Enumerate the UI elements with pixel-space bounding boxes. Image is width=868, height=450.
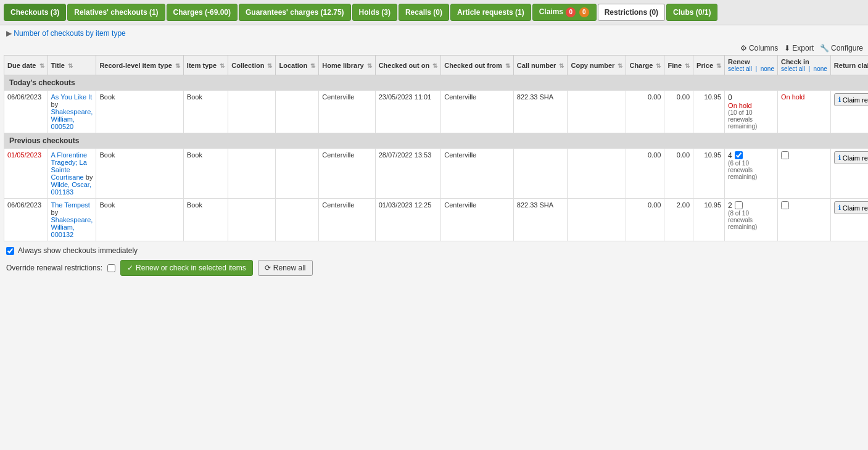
override-checkbox[interactable] xyxy=(107,264,115,272)
cell-item-type: Book xyxy=(183,199,228,241)
checkin-select-none[interactable]: none xyxy=(814,65,827,72)
cell-checked-out-from: Centerville xyxy=(441,199,514,241)
sort-icon-item-type: ⇅ xyxy=(220,62,225,69)
sort-icon-checked-from: ⇅ xyxy=(505,62,510,69)
renew-detail: (8 of 10 renewals remaining) xyxy=(728,210,774,230)
cell-checked-out-from: Centerville xyxy=(441,91,514,133)
header-copy-number[interactable]: Copy number ⇅ xyxy=(568,56,626,75)
checkin-select-all[interactable]: select all xyxy=(781,65,805,72)
cell-title: As You Like It by Shakespeare, William, … xyxy=(48,91,96,133)
gear-icon: ⚙ xyxy=(740,44,747,52)
cell-price: 10.95 xyxy=(693,149,725,199)
renew-selected-button[interactable]: ✓ Renew or check in selected items xyxy=(120,260,253,276)
renew-select-all[interactable]: select all xyxy=(728,65,752,72)
cell-home-library: Centerville xyxy=(319,199,375,241)
cell-copy-number xyxy=(568,149,626,199)
checkin-status: On hold xyxy=(781,93,805,101)
checkin-checkbox[interactable] xyxy=(781,151,789,159)
override-row: Override renewal restrictions: ✓ Renew o… xyxy=(6,260,862,276)
configure-button[interactable]: 🔧 Configure xyxy=(820,44,863,52)
renew-checkbox[interactable] xyxy=(735,151,743,159)
tab-checkouts[interactable]: Checkouts (3) xyxy=(4,4,66,21)
header-checked-out-from[interactable]: Checked out from ⇅ xyxy=(441,56,514,75)
wrench-icon: 🔧 xyxy=(820,44,829,52)
top-tabs: Checkouts (3)Relatives' checkouts (1)Cha… xyxy=(0,0,868,25)
item-id-link[interactable]: 000132 xyxy=(51,231,74,238)
checkin-checkbox[interactable] xyxy=(781,201,789,209)
tab-restrictions[interactable]: Restrictions (0) xyxy=(598,4,665,21)
item-id-link[interactable]: 001183 xyxy=(51,188,74,196)
title-link[interactable]: As You Like It xyxy=(51,93,93,101)
tab-article[interactable]: Article requests (1) xyxy=(450,4,531,21)
header-title[interactable]: Title ⇅ xyxy=(48,56,96,75)
cell-checked-out-on: 01/03/2023 12:25 xyxy=(375,199,441,241)
header-item-type[interactable]: Item type ⇅ xyxy=(183,56,228,75)
header-renew: Renew select all | none xyxy=(725,56,778,75)
cell-due-date: 06/06/2023 xyxy=(4,199,48,241)
section-header-previous: Previous checkouts xyxy=(4,133,869,149)
tab-recalls[interactable]: Recalls (0) xyxy=(399,4,449,21)
cell-fine: 0.00 xyxy=(664,149,693,199)
cell-check-in xyxy=(777,149,830,199)
cell-renew: 2(8 of 10 renewals remaining) xyxy=(725,199,778,241)
cell-charge: 0.00 xyxy=(626,91,664,133)
header-charge[interactable]: Charge ⇅ xyxy=(626,56,664,75)
renew-count: 2 xyxy=(728,201,732,210)
cell-item-type: Book xyxy=(183,149,228,199)
sort-icon-price: ⇅ xyxy=(716,62,721,69)
expand-toggle[interactable]: ▶ xyxy=(6,29,12,38)
checkin-select-links: select all | none xyxy=(781,65,827,72)
header-collection[interactable]: Collection ⇅ xyxy=(228,56,276,75)
sort-icon-record: ⇅ xyxy=(175,62,180,69)
header-due-date[interactable]: Due date ⇅ xyxy=(4,56,48,75)
title-link[interactable]: A Florentine Tragedy; La Sainte Courtisa… xyxy=(51,151,88,181)
due-date-overdue: 01/05/2023 xyxy=(7,151,41,159)
claim-returned-button[interactable]: ℹ Claim returned xyxy=(834,93,868,106)
sort-icon-title: ⇅ xyxy=(68,62,73,69)
table-container: Due date ⇅ Title ⇅ Record-level item typ… xyxy=(0,55,868,241)
sort-icon-location: ⇅ xyxy=(310,62,315,69)
bottom-section: Always show checkouts immediately Overri… xyxy=(0,241,868,281)
item-id-link[interactable]: 000520 xyxy=(51,123,74,130)
claim-returned-button[interactable]: ℹ Claim returned xyxy=(834,151,868,164)
cell-home-library: Centerville xyxy=(319,91,375,133)
tab-guarantees[interactable]: Guarantees' charges (12.75) xyxy=(239,4,351,21)
cell-title: The Tempest by Shakespeare, William, 000… xyxy=(48,199,96,241)
title-link[interactable]: The Tempest xyxy=(51,201,90,209)
header-location[interactable]: Location ⇅ xyxy=(276,56,319,75)
always-show-checkbox[interactable] xyxy=(6,247,14,255)
header-checked-out-on[interactable]: Checked out on ⇅ xyxy=(375,56,441,75)
cell-call-number: 822.33 SHA xyxy=(513,199,568,241)
renew-select-none[interactable]: none xyxy=(761,65,774,72)
renew-checkbox[interactable] xyxy=(735,201,743,209)
tab-charges[interactable]: Charges (-69.00) xyxy=(167,4,238,21)
header-price[interactable]: Price ⇅ xyxy=(693,56,725,75)
tab-claims[interactable]: Claims 0 0 xyxy=(532,4,597,21)
cell-fine: 2.00 xyxy=(664,199,693,241)
renew-all-button[interactable]: ⟳ Renew all xyxy=(258,260,313,276)
cell-location xyxy=(276,149,319,199)
export-button[interactable]: ⬇ Export xyxy=(784,44,814,52)
cell-record-level: Book xyxy=(96,199,183,241)
renew-count: 0 xyxy=(728,93,732,102)
header-record-level[interactable]: Record-level item type ⇅ xyxy=(96,56,183,75)
checkouts-by-type-link[interactable]: Number of checkouts by item type xyxy=(14,29,125,38)
columns-button[interactable]: ⚙ Columns xyxy=(740,44,778,52)
cell-record-level: Book xyxy=(96,149,183,199)
cell-item-type: Book xyxy=(183,91,228,133)
cell-renew: 0On hold(10 of 10 renewals remaining) xyxy=(725,91,778,133)
sort-icon-collection: ⇅ xyxy=(267,62,272,69)
header-fine[interactable]: Fine ⇅ xyxy=(664,56,693,75)
header-home-library[interactable]: Home library ⇅ xyxy=(319,56,375,75)
sort-icon-copy: ⇅ xyxy=(618,62,622,69)
cell-renew: 4(6 of 10 renewals remaining) xyxy=(725,149,778,199)
tab-relatives[interactable]: Relatives' checkouts (1) xyxy=(67,4,165,21)
author-text: Wilde, Oscar, xyxy=(51,181,91,188)
tab-holds[interactable]: Holds (3) xyxy=(352,4,397,21)
claim-returned-button[interactable]: ℹ Claim returned xyxy=(834,201,868,214)
tab-clubs[interactable]: Clubs (0/1) xyxy=(666,4,717,21)
override-label: Override renewal restrictions: xyxy=(6,264,102,272)
cell-home-library: Centerville xyxy=(319,149,375,199)
header-call-number[interactable]: Call number ⇅ xyxy=(513,56,568,75)
cell-record-level: Book xyxy=(96,91,183,133)
